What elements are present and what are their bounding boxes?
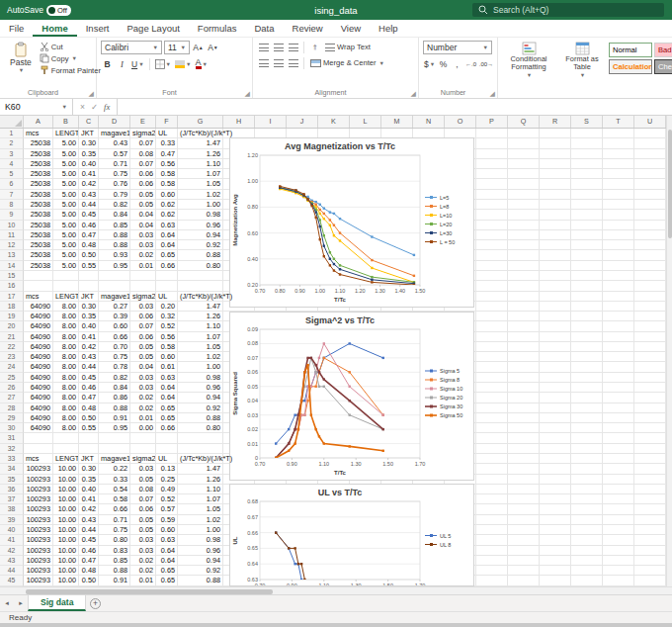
cell[interactable]: 0.39 bbox=[99, 312, 130, 321]
cell[interactable]: 1.26 bbox=[178, 475, 223, 485]
row-header-32[interactable]: 32 bbox=[0, 444, 24, 454]
row-header-23[interactable]: 23 bbox=[0, 352, 24, 362]
cell[interactable]: 1.00 bbox=[178, 200, 223, 210]
row-header-6[interactable]: 6 bbox=[0, 179, 24, 189]
cell[interactable]: 0.60 bbox=[156, 352, 178, 362]
cell[interactable]: 0.60 bbox=[156, 190, 178, 200]
shrink-font-button[interactable]: A▼ bbox=[207, 42, 219, 54]
cell[interactable]: UL bbox=[156, 454, 178, 464]
column-header-K[interactable]: K bbox=[318, 116, 350, 128]
cell[interactable] bbox=[130, 271, 156, 281]
cell[interactable]: 0.03 bbox=[130, 464, 156, 474]
cell[interactable]: 25038 bbox=[24, 190, 53, 200]
cell[interactable]: 0.61 bbox=[156, 362, 178, 372]
row-header-13[interactable]: 13 bbox=[0, 250, 24, 260]
cell[interactable] bbox=[156, 444, 178, 454]
clipboard-dialog-launcher-icon[interactable]: ◢ bbox=[89, 90, 94, 98]
cell[interactable]: 0.05 bbox=[130, 200, 156, 210]
cell[interactable]: 0.03 bbox=[130, 302, 156, 312]
column-header-B[interactable]: B bbox=[53, 116, 79, 128]
cell[interactable] bbox=[156, 271, 178, 281]
cell[interactable]: 1.00 bbox=[178, 525, 223, 535]
cell[interactable]: 0.42 bbox=[79, 179, 99, 189]
cut-button[interactable]: Cut bbox=[38, 41, 103, 52]
cell[interactable]: 0.06 bbox=[130, 169, 156, 179]
cell[interactable]: LENGTH bbox=[53, 292, 79, 302]
fill-color-button[interactable]: ▼ bbox=[174, 57, 192, 70]
cell[interactable]: 0.49 bbox=[156, 485, 178, 494]
cell[interactable]: 1.05 bbox=[178, 342, 223, 352]
cell[interactable]: 0.91 bbox=[99, 413, 130, 423]
cell[interactable]: 0.47 bbox=[156, 149, 178, 159]
cell[interactable]: 0.07 bbox=[130, 159, 156, 169]
row-header-20[interactable]: 20 bbox=[0, 321, 24, 331]
cell[interactable]: magave1 bbox=[99, 454, 130, 464]
row-header-1[interactable]: 1 bbox=[0, 129, 24, 138]
cell[interactable]: 0.50 bbox=[79, 413, 99, 423]
cell[interactable]: 0.25 bbox=[156, 475, 178, 485]
cell[interactable] bbox=[99, 281, 130, 291]
cell[interactable] bbox=[130, 433, 156, 443]
column-header-G[interactable]: G bbox=[178, 116, 223, 128]
bold-button[interactable]: B bbox=[101, 57, 114, 70]
cell[interactable]: sigma2 bbox=[130, 292, 156, 302]
cell[interactable]: 0.05 bbox=[130, 190, 156, 200]
ribbon-tab-home[interactable]: Home bbox=[33, 20, 76, 37]
cell[interactable] bbox=[53, 444, 79, 454]
cell[interactable]: (J/Tc*Kb)/(J/k*T) bbox=[178, 129, 223, 138]
row-header-16[interactable]: 16 bbox=[0, 281, 24, 291]
row-header-21[interactable]: 21 bbox=[0, 332, 24, 342]
row-header-19[interactable]: 19 bbox=[0, 312, 24, 321]
increase-decimal-button[interactable]: ←.0 bbox=[464, 57, 477, 70]
cell[interactable]: 0.30 bbox=[79, 302, 99, 312]
cell[interactable]: 0.44 bbox=[79, 525, 99, 535]
cell[interactable]: 0.96 bbox=[178, 221, 223, 230]
cell[interactable]: 1.07 bbox=[178, 494, 223, 504]
column-header-R[interactable]: R bbox=[540, 116, 571, 128]
cell[interactable]: 0.70 bbox=[99, 342, 130, 352]
row-header-14[interactable]: 14 bbox=[0, 261, 24, 271]
cell[interactable]: 8.00 bbox=[53, 352, 79, 362]
cell[interactable]: 0.45 bbox=[79, 210, 99, 220]
cell[interactable]: 5.00 bbox=[53, 240, 79, 250]
row-header-18[interactable]: 18 bbox=[0, 302, 24, 312]
row-header-24[interactable]: 24 bbox=[0, 362, 24, 372]
cell[interactable]: 10.00 bbox=[53, 566, 79, 576]
column-header-U[interactable]: U bbox=[634, 116, 666, 128]
cell[interactable] bbox=[24, 444, 53, 454]
cell[interactable]: 64090 bbox=[24, 393, 53, 403]
cell[interactable]: 1.02 bbox=[178, 190, 223, 200]
cell[interactable]: 0.07 bbox=[130, 494, 156, 504]
cell[interactable]: 0.85 bbox=[99, 221, 130, 230]
cell[interactable]: 0.88 bbox=[99, 240, 130, 250]
cell[interactable] bbox=[178, 281, 223, 291]
cell[interactable]: 100293 bbox=[24, 464, 53, 474]
column-header-E[interactable]: E bbox=[130, 116, 156, 128]
column-header-O[interactable]: O bbox=[445, 116, 476, 128]
cell[interactable]: 1.07 bbox=[178, 169, 223, 179]
ribbon-tab-review[interactable]: Review bbox=[284, 20, 332, 37]
cell[interactable]: 100293 bbox=[24, 485, 53, 494]
cell[interactable]: 1.02 bbox=[178, 515, 223, 525]
cell[interactable]: 0.64 bbox=[156, 230, 178, 240]
cell[interactable]: 5.00 bbox=[53, 230, 79, 240]
cell[interactable] bbox=[79, 271, 99, 281]
cell[interactable]: 0.64 bbox=[156, 383, 178, 393]
cell[interactable]: 1.10 bbox=[178, 321, 223, 331]
cell[interactable]: LENGTH bbox=[53, 454, 79, 464]
row-header-27[interactable]: 27 bbox=[0, 393, 24, 403]
cell[interactable]: 0.52 bbox=[156, 494, 178, 504]
cell[interactable]: 0.80 bbox=[178, 423, 223, 433]
cell[interactable]: 0.06 bbox=[130, 312, 156, 321]
cell[interactable]: 0.03 bbox=[130, 230, 156, 240]
cell[interactable]: 0.54 bbox=[99, 485, 130, 494]
cell[interactable]: 0.02 bbox=[130, 250, 156, 260]
chart-sigma-squared[interactable]: Sigma^2 vs T/Tc00.010.020.030.040.050.06… bbox=[229, 312, 474, 481]
cell[interactable]: 0.02 bbox=[130, 393, 156, 403]
cell[interactable]: 10.00 bbox=[53, 485, 79, 494]
cell[interactable]: 0.75 bbox=[99, 352, 130, 362]
ribbon-tab-insert[interactable]: Insert bbox=[77, 20, 119, 37]
cell[interactable]: 0.08 bbox=[130, 149, 156, 159]
column-header-F[interactable]: F bbox=[156, 116, 178, 128]
cell[interactable]: 0.58 bbox=[156, 342, 178, 352]
